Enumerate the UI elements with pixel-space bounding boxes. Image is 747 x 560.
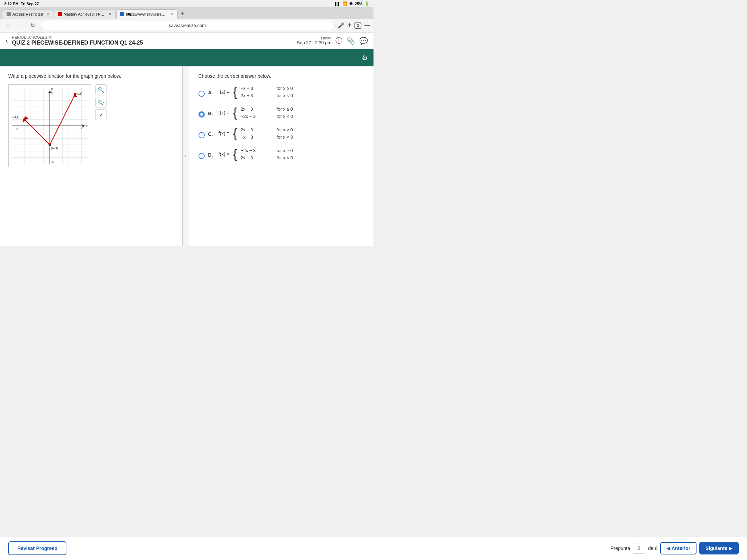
axes [12, 91, 85, 164]
time: 2:12 PM [4, 2, 19, 6]
formula-line-c2: −x − 3 for x < 0 [241, 134, 293, 140]
microphone-icon[interactable]: 🎤 [338, 22, 344, 29]
formula-a: f(x) = { −x − 3 for x ≥ 0 2x − 3 for x <… [219, 86, 293, 98]
option-letter-b: B. [208, 111, 215, 116]
radio-a[interactable] [199, 91, 205, 97]
header-right: Límite Sep 27 - 2:30 pm [297, 36, 331, 45]
tab-mastery[interactable]: Mastery Achieved! | No... ✕ [54, 9, 116, 19]
option-letter-a: A. [208, 90, 215, 95]
formula-line-b2: −2x − 3 for x < 0 [241, 114, 293, 119]
limite-label: Límite [297, 36, 331, 40]
graph-container: x y -5 5 6 -5 [8, 84, 91, 168]
comment-icon[interactable]: 💬 [359, 37, 368, 45]
battery-icon: 🔋 [365, 1, 369, 6]
back-to-list-button[interactable]: ‹ [6, 37, 8, 45]
answer-option-b[interactable]: B. f(x) = { 2x − 3 for x ≥ 0 −2x − 3 for… [199, 106, 364, 119]
option-letter-c: C. [208, 131, 215, 137]
share-icon[interactable]: ⬆ [347, 22, 352, 29]
zoom-out-button[interactable]: 🔍− [95, 97, 107, 108]
question-text: Write a piecewise function for the graph… [8, 73, 174, 79]
day: Fri Sep 27 [21, 2, 39, 6]
settings-icon[interactable]: ⚙ [362, 54, 368, 62]
radio-inner-b [200, 113, 203, 116]
zoom-controls: 🔍 🔍− ⤢ [95, 84, 107, 168]
status-left: 2:12 PM Fri Sep 27 [4, 2, 39, 6]
tab-label-1: Access Restricted [12, 12, 43, 16]
green-banner: ⚙ [0, 49, 374, 66]
svg-marker-24 [83, 124, 84, 127]
svg-marker-25 [48, 91, 51, 93]
radio-b[interactable] [199, 111, 205, 118]
tab-label-2: Mastery Achieved! | No... [64, 12, 105, 16]
formula-line-c1: 2x − 3 for x ≥ 0 [241, 127, 293, 132]
tab-icon-2 [58, 12, 62, 16]
right-panel: Choose the correct answer below. A. f(x)… [189, 66, 374, 246]
privacy-icon: ◉ [349, 1, 353, 6]
point-neg4-1 [23, 118, 26, 121]
tab-access-restricted[interactable]: Access Restricted ✕ [3, 9, 53, 19]
choose-text: Choose the correct answer below. [199, 73, 364, 79]
quiz-title: QUIZ 2 PIECEWISE-DEFINED FUNCTION Q1 24-… [12, 40, 293, 46]
status-right: ▌▌ 📶 ◉ 25% 🔋 [335, 1, 369, 6]
radio-c[interactable] [199, 132, 205, 138]
url-bar[interactable]: savvasrealize.com [40, 21, 335, 30]
formula-d: f(x) = { −2x − 3 for x ≥ 0 2x − 3 for x … [219, 148, 293, 160]
back-button[interactable]: ← [3, 21, 13, 30]
formula-line-a2: 2x − 3 for x < 0 [241, 93, 293, 98]
header-actions: ⓘ 📎 💬 [335, 36, 368, 45]
formula-b: f(x) = { 2x − 3 for x ≥ 0 −2x − 3 for x … [219, 106, 293, 119]
new-tab-button[interactable]: + [178, 9, 187, 19]
svg-text:5: 5 [81, 128, 83, 131]
tab-close-1[interactable]: ✕ [46, 12, 49, 17]
wifi-icon: 📶 [342, 1, 347, 6]
info-icon[interactable]: ⓘ [335, 36, 342, 45]
expand-button[interactable]: ⤢ [95, 109, 107, 120]
forward-button[interactable]: → [16, 21, 26, 30]
page-header: ‹ PERIOD 07 (COLEGIA) QUIZ 2 PIECEWISE-D… [0, 32, 374, 49]
battery: 25% [355, 2, 362, 6]
tab-count[interactable]: 3 [354, 22, 361, 29]
tab-bar: Access Restricted ✕ Mastery Achieved! | … [0, 7, 374, 19]
zoom-in-button[interactable]: 🔍 [95, 84, 107, 95]
url-text: savvasrealize.com [169, 23, 206, 28]
limite-date: Sep 27 - 2:30 pm [297, 40, 331, 45]
main-content: Write a piecewise function for the graph… [0, 66, 374, 246]
tab-label-3: https://www.savvasreali... [126, 12, 167, 16]
answer-option-a[interactable]: A. f(x) = { −x − 3 for x ≥ 0 2x − 3 for … [199, 86, 364, 98]
browser-chrome: Access Restricted ✕ Mastery Achieved! | … [0, 7, 374, 32]
point-4-5 [74, 93, 76, 95]
answer-option-d[interactable]: D. f(x) = { −2x − 3 for x ≥ 0 2x − 3 for… [199, 148, 364, 160]
more-icon[interactable]: ••• [364, 22, 370, 29]
graph-svg: x y -5 5 6 -5 [8, 84, 91, 167]
status-bar: 2:12 PM Fri Sep 27 ▌▌ 📶 ◉ 25% 🔋 [0, 0, 374, 7]
panel-divider[interactable]: · · · [183, 66, 189, 246]
tab-savvas[interactable]: https://www.savvasreali... ✕ [116, 9, 178, 19]
answer-option-c[interactable]: C. f(x) = { 2x − 3 for x ≥ 0 −x − 3 for … [199, 127, 364, 140]
point-label-0-neg3: (0,-3) [51, 147, 58, 150]
tab-icon-3 [120, 12, 124, 16]
formula-line-a1: −x − 3 for x ≥ 0 [241, 86, 293, 91]
header-title: PERIOD 07 (COLEGIA) QUIZ 2 PIECEWISE-DEF… [12, 35, 293, 46]
point-label-neg4-1: (-4,1) [12, 116, 19, 119]
tab-close-3[interactable]: ✕ [170, 12, 174, 17]
reload-button[interactable]: ↻ [28, 21, 37, 30]
point-label-4-5: (4,5) [76, 92, 82, 95]
divider-handle: · · · [184, 155, 187, 158]
x-axis-label: x [86, 124, 87, 128]
tab-close-2[interactable]: ✕ [108, 12, 112, 17]
attachment-icon[interactable]: 📎 [347, 37, 355, 45]
point-0-neg3 [48, 143, 51, 146]
period-label: PERIOD 07 (COLEGIA) [12, 35, 293, 39]
option-letter-d: D. [208, 152, 215, 158]
left-panel: Write a piecewise function for the graph… [0, 66, 183, 246]
svg-text:-5: -5 [51, 161, 54, 164]
address-bar: ← → ↻ savvasrealize.com 🎤 ⬆ 3 ••• [0, 19, 374, 32]
svg-text:-5: -5 [16, 128, 18, 131]
tab-icon-1 [7, 12, 11, 16]
signal-icon: ▌▌ [335, 2, 340, 6]
formula-line-d2: 2x − 3 for x < 0 [241, 155, 293, 160]
formula-c: f(x) = { 2x − 3 for x ≥ 0 −x − 3 for x <… [219, 127, 293, 140]
formula-line-b1: 2x − 3 for x ≥ 0 [241, 106, 293, 112]
radio-d[interactable] [199, 153, 205, 159]
formula-line-d1: −2x − 3 for x ≥ 0 [241, 148, 293, 153]
